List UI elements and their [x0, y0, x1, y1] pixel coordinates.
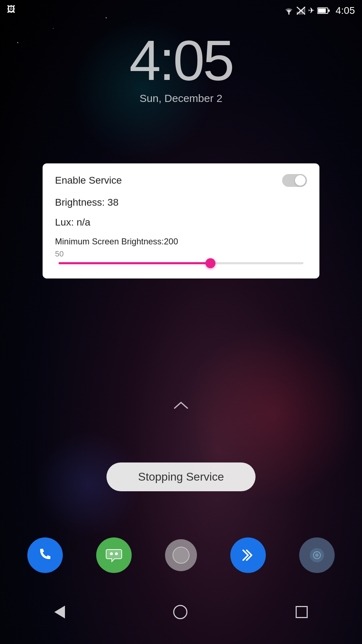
svg-point-1	[53, 28, 54, 29]
dock	[0, 537, 362, 573]
slider-track[interactable]	[59, 262, 303, 264]
status-time: 4:05	[336, 5, 355, 16]
enable-service-label: Enable Service	[55, 175, 122, 186]
dock-phone-icon[interactable]	[27, 537, 63, 573]
svg-rect-31	[328, 10, 330, 12]
clock-time: 4:05	[129, 32, 232, 89]
airplane-icon: ✈	[308, 6, 314, 15]
toggle-knob	[295, 175, 306, 186]
dock-camera-icon[interactable]	[299, 537, 335, 573]
status-bar: ✈ 4:05	[0, 0, 362, 21]
lux-label: Lux: n/a	[55, 217, 90, 228]
dock-arrow-icon[interactable]	[230, 537, 266, 573]
min-brightness-label: Minimum Screen Brightness:200	[55, 237, 307, 247]
recents-button[interactable]	[296, 606, 308, 618]
nav-bar	[0, 580, 362, 644]
slider-section: Minimum Screen Brightness:200 50	[55, 237, 307, 264]
recents-icon	[296, 606, 308, 618]
chevron-container[interactable]	[0, 400, 362, 410]
home-icon	[173, 605, 187, 619]
signal-off-icon	[297, 7, 305, 15]
toast-notification: Stopping Service	[106, 462, 256, 491]
svg-point-22	[288, 13, 290, 15]
chevron-up-icon	[173, 400, 189, 410]
brightness-row: Brightness: 38	[55, 197, 307, 208]
home-button[interactable]	[173, 605, 187, 619]
status-icons: ✈ 4:05	[284, 5, 355, 16]
slider-thumb[interactable]	[205, 258, 215, 268]
dock-center-icon[interactable]	[165, 539, 197, 571]
back-icon	[54, 606, 65, 618]
svg-point-34	[173, 547, 189, 563]
enable-service-toggle[interactable]	[282, 174, 307, 187]
toast-text: Stopping Service	[138, 470, 224, 483]
brightness-label: Brightness: 38	[55, 197, 119, 208]
clock-container: 4:05 Sun, December 2	[0, 32, 362, 104]
slider-fill	[59, 262, 210, 264]
enable-service-row: Enable Service	[55, 174, 307, 187]
clock-date: Sun, December 2	[139, 92, 222, 104]
lux-row: Lux: n/a	[55, 217, 307, 228]
dock-chat-icon[interactable]	[96, 537, 132, 573]
back-button[interactable]	[54, 606, 65, 618]
battery-icon	[317, 7, 330, 14]
svg-rect-30	[318, 9, 326, 13]
wifi-icon	[284, 7, 294, 15]
slider-value: 50	[55, 249, 307, 259]
service-card: Enable Service Brightness: 38 Lux: n/a M…	[43, 163, 319, 278]
svg-point-37	[315, 553, 319, 557]
